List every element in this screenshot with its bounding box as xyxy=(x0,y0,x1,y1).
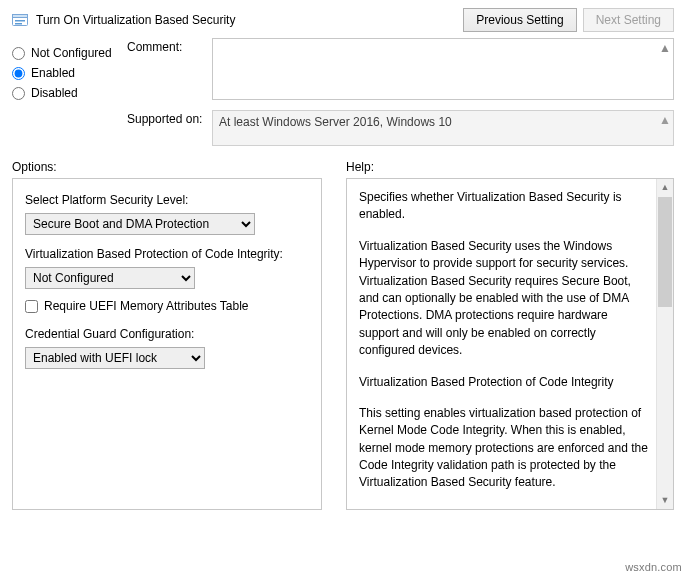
svg-rect-1 xyxy=(13,15,28,18)
radio-enabled[interactable]: Enabled xyxy=(12,66,127,80)
help-section-label: Help: xyxy=(346,160,674,174)
state-radio-group: Not Configured Enabled Disabled xyxy=(12,38,127,146)
svg-rect-3 xyxy=(15,23,22,25)
radio-enabled-input[interactable] xyxy=(12,67,25,80)
options-section-label: Options: xyxy=(12,160,322,174)
uefi-memory-attributes-checkbox-input[interactable] xyxy=(25,300,38,313)
supported-on-value: At least Windows Server 2016, Windows 10… xyxy=(212,110,674,146)
vbp-code-integrity-label: Virtualization Based Protection of Code … xyxy=(25,247,309,261)
supported-scroll-up-icon: ▲ xyxy=(659,113,671,127)
svg-rect-2 xyxy=(15,20,25,22)
platform-security-level-label: Select Platform Security Level: xyxy=(25,193,309,207)
radio-not-configured[interactable]: Not Configured xyxy=(12,46,127,60)
comment-label: Comment: xyxy=(127,38,212,54)
help-text: Virtualization Based Protection of Code … xyxy=(359,374,649,391)
help-text: This setting enables virtualization base… xyxy=(359,405,649,492)
comment-input[interactable]: ▲ xyxy=(212,38,674,100)
radio-disabled[interactable]: Disabled xyxy=(12,86,127,100)
help-scrollbar[interactable]: ▲ ▼ xyxy=(656,179,673,509)
platform-security-level-select[interactable]: Secure Boot and DMA Protection xyxy=(25,213,255,235)
policy-icon xyxy=(12,12,28,28)
credential-guard-select[interactable]: Enabled with UEFI lock xyxy=(25,347,205,369)
help-panel: Specifies whether Virtualization Based S… xyxy=(346,178,674,510)
radio-disabled-label: Disabled xyxy=(31,86,78,100)
next-setting-button: Next Setting xyxy=(583,8,674,32)
help-text: Virtualization Based Security uses the W… xyxy=(359,238,649,360)
supported-on-label: Supported on: xyxy=(127,110,212,126)
vbp-code-integrity-select[interactable]: Not Configured xyxy=(25,267,195,289)
credential-guard-label: Credential Guard Configuration: xyxy=(25,327,309,341)
radio-enabled-label: Enabled xyxy=(31,66,75,80)
help-text: The "Disabled" option turns off Virtuali… xyxy=(359,506,649,510)
supported-on-text: At least Windows Server 2016, Windows 10 xyxy=(219,115,452,129)
scroll-down-icon[interactable]: ▼ xyxy=(657,492,673,509)
uefi-memory-attributes-checkbox[interactable]: Require UEFI Memory Attributes Table xyxy=(25,299,309,313)
radio-not-configured-input[interactable] xyxy=(12,47,25,60)
radio-disabled-input[interactable] xyxy=(12,87,25,100)
scroll-up-icon[interactable]: ▲ xyxy=(657,179,673,196)
radio-not-configured-label: Not Configured xyxy=(31,46,112,60)
dialog-title: Turn On Virtualization Based Security xyxy=(36,13,455,27)
comment-scroll-up-icon[interactable]: ▲ xyxy=(659,41,671,55)
watermark-text: wsxdn.com xyxy=(625,561,682,573)
previous-setting-button[interactable]: Previous Setting xyxy=(463,8,576,32)
uefi-memory-attributes-label: Require UEFI Memory Attributes Table xyxy=(44,299,249,313)
options-panel: Select Platform Security Level: Secure B… xyxy=(12,178,322,510)
scrollbar-thumb[interactable] xyxy=(658,197,672,307)
help-text: Specifies whether Virtualization Based S… xyxy=(359,189,649,224)
